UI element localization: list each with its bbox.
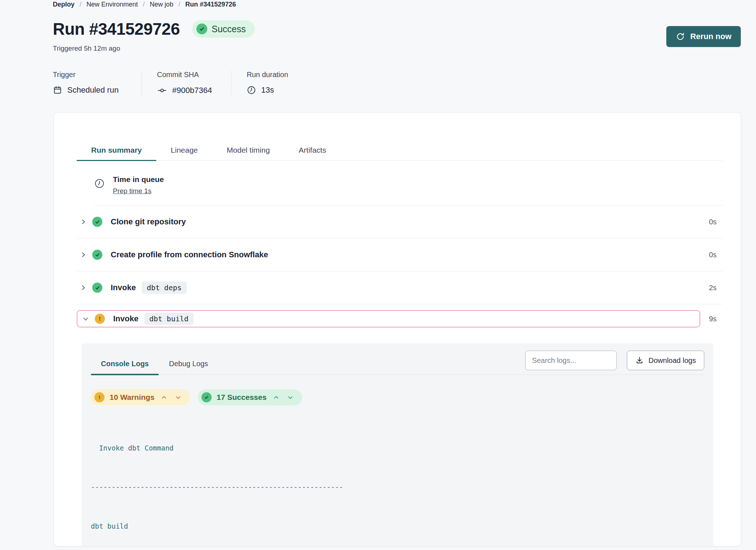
rerun-now-button[interactable]: Rerun now [666,26,741,47]
previous-success-chevron-up-icon[interactable] [272,393,281,402]
warning-icon [95,314,105,324]
step-row-dbt-build-expanded[interactable]: Invoke dbt build [77,310,700,327]
step-row-dbt-build: Invoke dbt build 9s [77,310,722,327]
success-check-icon [92,250,102,260]
meta-trigger: Trigger Scheduled run [53,71,142,96]
chevron-down-icon[interactable] [82,316,95,322]
meta-trigger-value: Scheduled run [67,85,119,95]
meta-duration: Run duration 13s [247,71,303,96]
success-check-icon [92,217,102,227]
status-badge: Success [192,20,254,38]
step-title: Clone git repository [111,217,186,227]
breadcrumb-item-job[interactable]: New job [150,1,173,8]
tab-debug-logs[interactable]: Debug Logs [159,355,218,375]
chevron-right-icon[interactable] [80,251,92,258]
prep-time-link[interactable]: Prep time 1s [113,187,152,195]
step-row-clone-git[interactable]: Clone git repository 0s [77,206,722,238]
run-summary-card: Run summary Lineage Model timing Artifac… [54,112,741,546]
time-in-queue-section: Time in queue Prep time 1s [94,161,722,206]
warnings-badge[interactable]: 10 Warnings [91,389,190,405]
previous-warning-chevron-up-icon[interactable] [160,393,169,402]
successes-badge[interactable]: 17 Successes [198,389,302,405]
step-row-dbt-deps[interactable]: Invoke dbt deps 2s [77,271,722,304]
breadcrumb-separator: / [80,1,81,8]
console-panel: Console Logs Debug Logs Download logs 10… [82,343,713,546]
download-icon [635,356,644,365]
step-title: Create profile from connection Snowflake [111,250,268,259]
log-line: dbt build [91,520,704,533]
step-command-chip: dbt build [144,313,194,325]
breadcrumb-separator: / [143,1,145,8]
breadcrumb-item-run: Run #341529726 [185,1,236,8]
commit-icon [157,85,167,96]
download-logs-label: Download logs [649,356,696,365]
step-duration: 9s [709,315,717,323]
tab-lineage[interactable]: Lineage [156,146,212,160]
calendar-icon [53,85,62,95]
refresh-icon [676,32,685,41]
download-logs-button[interactable]: Download logs [627,351,704,370]
successes-badge-label: 17 Successes [217,393,267,402]
log-tabs: Console Logs Debug Logs [91,355,218,375]
triggered-timestamp: Triggered 5h 12m ago [53,45,756,52]
meta-duration-value: 13s [261,85,274,95]
meta-commit-label: Commit SHA [157,71,216,79]
breadcrumb-separator: / [178,1,180,8]
breadcrumb-item-deploy[interactable]: Deploy [53,1,75,8]
page-title: Run #341529726 [53,19,180,39]
tab-artifacts[interactable]: Artifacts [284,146,341,160]
step-command-chip: dbt deps [142,282,187,294]
step-row-create-profile[interactable]: Create profile from connection Snowflake… [77,238,722,271]
step-duration: 0s [709,251,717,259]
warning-icon [94,392,105,402]
meta-commit-value: #900b7364 [172,86,212,95]
breadcrumb: Deploy / New Environment / New job / Run… [53,1,741,8]
step-title: Invoke [113,314,139,323]
tab-model-timing[interactable]: Model timing [212,146,284,160]
next-success-chevron-down-icon[interactable] [286,393,295,402]
step-duration: 2s [709,284,717,292]
success-check-icon [196,24,207,34]
log-divider-line: ----------------------------------------… [91,481,704,494]
chevron-right-icon[interactable] [80,219,92,225]
step-duration: 0s [709,218,717,226]
run-metadata: Trigger Scheduled run Commit SHA #900b73… [53,71,741,96]
success-check-icon [201,392,212,402]
tab-run-summary[interactable]: Run summary [77,146,156,160]
next-warning-chevron-down-icon[interactable] [174,393,183,402]
step-title: Invoke [111,283,136,292]
breadcrumb-item-environment[interactable]: New Environment [86,1,138,8]
search-logs-input[interactable] [525,351,617,370]
meta-trigger-label: Trigger [53,71,126,79]
time-in-queue-title: Time in queue [113,175,164,184]
status-badge-label: Success [212,24,246,34]
clock-icon [247,85,256,95]
run-tabs: Run summary Lineage Model timing Artifac… [77,146,722,161]
meta-duration-label: Run duration [247,71,288,79]
rerun-now-label: Rerun now [690,32,731,41]
warnings-badge-label: 10 Warnings [110,393,154,402]
tab-console-logs[interactable]: Console Logs [91,355,159,375]
clock-icon [94,178,105,195]
console-log-output: Invoke dbt Command ---------------------… [91,415,704,546]
chevron-right-icon[interactable] [80,284,92,291]
log-line: Invoke dbt Command [91,441,704,454]
meta-commit: Commit SHA #900b7364 [157,71,232,96]
success-check-icon [92,283,102,293]
